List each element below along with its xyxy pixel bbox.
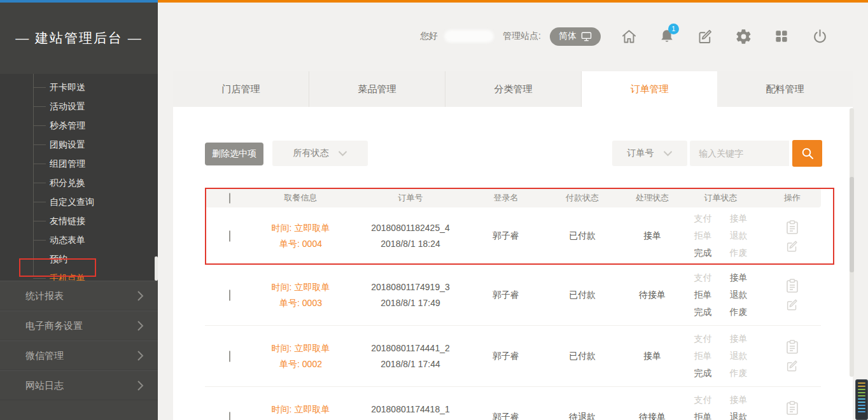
order-action-enabled[interactable]: 完成 [692,248,714,259]
tab-item[interactable]: 配料管理 [717,71,853,107]
sidebar-item[interactable]: 开卡即送 [0,78,158,97]
username-redacted [444,30,494,43]
notification-badge: 1 [668,24,679,34]
order-detail-icon[interactable] [785,400,799,416]
process-status: 待接单 [627,412,678,420]
order-action-enabled[interactable]: 拒单 [692,412,714,420]
sidebar-scrollbar-thumb[interactable] [155,256,158,281]
order-detail-icon[interactable] [785,220,799,235]
login-name: 郭子睿 [474,412,538,420]
apps-grid-icon[interactable] [773,27,791,46]
order-action-disabled: 拒单 [692,230,714,242]
search-field-value: 订单号 [627,148,654,159]
order-status-actions: 支付接单拒单退款完成作废 [678,272,764,318]
greeting-text: 您好 [420,31,438,42]
tab-item[interactable]: 分类管理 [445,71,582,107]
chevron-right-icon [137,290,144,302]
sidebar-item[interactable]: 自定义查询 [0,192,158,211]
select-all-checkbox[interactable] [229,193,230,204]
order-action-disabled: 支付 [692,395,714,406]
status-filter-select[interactable]: 所有状态 [272,141,368,166]
order-edit-icon[interactable] [785,239,799,253]
order-action-disabled: 接单 [728,395,750,406]
order-action-enabled[interactable]: 拒单 [692,290,714,301]
row-operations [764,339,821,373]
sidebar-item[interactable]: 活动设置 [0,97,158,116]
order-detail-icon[interactable] [785,339,799,354]
search-button[interactable] [792,140,822,167]
sidebar-section[interactable]: 网站日志 [0,370,158,400]
sidebar-section[interactable]: 电子商务设置 [0,311,158,340]
col-header: 订单状态 [678,192,764,204]
minimap-stripe [858,402,865,403]
order-edit-icon[interactable] [785,298,799,312]
order-detail-icon[interactable] [785,278,799,293]
order-action-enabled[interactable]: 退款 [728,412,750,420]
minimap-widget [855,379,868,420]
topbar-orange-accent [158,0,868,3]
sidebar-section[interactable]: 微信管理 [0,340,158,370]
power-logout-icon[interactable] [811,27,829,46]
chevron-right-icon [137,320,144,332]
content-scrollbar[interactable] [850,108,854,377]
chevron-right-icon [137,350,144,361]
minimap-stripe [858,392,865,393]
order-action-enabled[interactable]: 完成 [692,307,714,318]
content-scrollbar-thumb[interactable] [850,177,854,272]
search-field-select[interactable]: 订单号 [612,141,687,166]
sidebar-item[interactable]: 友情链接 [0,211,158,230]
notifications-bell-icon[interactable]: 1 [658,27,676,46]
sidebar-sections: 统计报表电子商务设置微信管理网站日志 [0,281,158,420]
take-info: 时间: 立即取单单号: 0004 [255,220,347,252]
toolbar: 删除选中项 所有状态 订单号 [173,141,853,167]
app-screen: — 建站管理后台 — 开卡即送活动设置秒杀管理团购设置组团管理积分兑换自定义查询… [0,0,868,420]
compose-edit-icon[interactable] [696,27,715,46]
row-checkbox[interactable] [229,230,230,242]
sidebar-item[interactable]: 预约 [0,249,158,269]
order-action-enabled[interactable]: 退款 [728,290,750,301]
row-checkbox[interactable] [229,351,230,362]
chevron-down-icon [663,150,673,157]
take-info: 时间: 立即取单单号: 0003 [255,279,347,311]
order-edit-icon[interactable] [785,359,799,373]
tab-item[interactable]: 门店管理 [173,71,309,107]
sidebar-item[interactable]: 动态表单 [0,230,158,249]
take-info: 时间: 立即取单单号: 0002 [255,340,347,372]
row-checkbox[interactable] [229,412,230,420]
table-row: 时间: 立即取单单号: 000420180801182425_42018/8/1… [205,207,821,265]
settings-gear-icon[interactable] [734,27,753,46]
sidebar-section-label: 网站日志 [25,380,64,391]
sidebar-item[interactable]: 积分兑换 [0,173,158,192]
pay-status: 已付款 [538,290,627,301]
sidebar-item[interactable]: 组团管理 [0,154,158,173]
order-id: 20180801174919_32018/8/1 17:49 [347,279,474,311]
order-action-enabled[interactable]: 接单 [728,272,750,284]
tab-item[interactable]: 菜品管理 [309,71,445,107]
order-action-disabled: 支付 [692,213,714,225]
home-icon[interactable] [620,27,638,46]
order-action-disabled: 退款 [728,351,750,362]
order-action-enabled[interactable]: 完成 [692,368,714,379]
col-header: 登录名 [474,192,538,204]
sidebar-section[interactable]: 统计报表 [0,281,158,311]
order-action-disabled: 拒单 [692,351,714,362]
sidebar-item[interactable]: 秒杀管理 [0,116,158,135]
minimap-stripe [858,386,865,387]
delete-selected-button[interactable]: 删除选中项 [205,143,263,165]
app-title: — 建站管理后台 — [0,3,158,74]
sidebar-item[interactable]: 团购设置 [0,135,158,154]
order-action-disabled: 接单 [728,213,750,225]
order-id: 20180801174418_12018/8/1 17:44 [347,402,474,420]
order-action-enabled[interactable]: 作废 [728,307,750,318]
sidebar: — 建站管理后台 — 开卡即送活动设置秒杀管理团购设置组团管理积分兑换自定义查询… [0,3,158,420]
tab-active[interactable]: 订单管理 [582,71,717,107]
language-label: 简体 [559,31,577,42]
row-operations [764,400,821,420]
col-header: 订单号 [347,192,474,204]
row-checkbox[interactable] [229,290,230,301]
site-label: 管理站点: [503,31,541,42]
language-button[interactable]: 简体 [550,27,601,46]
login-name: 郭子睿 [474,351,538,362]
order-status-actions: 支付接单拒单退款完成作废 [678,333,764,379]
keyword-input[interactable] [690,141,789,166]
